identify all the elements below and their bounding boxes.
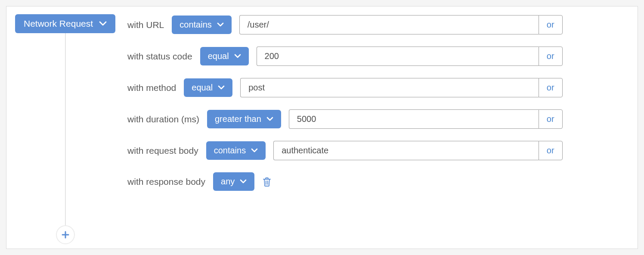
operator-label: contains xyxy=(214,146,246,155)
condition-label: with response body xyxy=(127,177,205,187)
condition-label: with status code xyxy=(127,51,192,62)
chevron-down-icon xyxy=(218,85,225,90)
condition-row-url: with URL contains or xyxy=(127,15,563,34)
operator-label: any xyxy=(221,177,235,187)
condition-label: with method xyxy=(127,83,176,93)
event-type-select[interactable]: Network Request xyxy=(15,14,115,33)
or-button[interactable]: or xyxy=(539,15,563,34)
operator-label: equal xyxy=(208,51,229,61)
operator-select-url[interactable]: contains xyxy=(172,16,232,34)
trash-icon[interactable] xyxy=(262,177,272,187)
condition-row-method: with method equal or xyxy=(127,78,563,97)
add-condition-button[interactable] xyxy=(56,225,75,244)
condition-label: with URL xyxy=(127,20,164,30)
or-button[interactable]: or xyxy=(539,47,563,66)
condition-row-request-body: with request body contains or xyxy=(127,141,563,160)
chevron-down-icon xyxy=(217,22,224,27)
value-input-method[interactable] xyxy=(240,78,539,97)
operator-label: contains xyxy=(180,20,212,30)
value-input-request-body[interactable] xyxy=(273,141,539,160)
event-column: Network Request xyxy=(15,14,115,33)
condition-row-duration: with duration (ms) greater than or xyxy=(127,109,563,129)
or-button[interactable]: or xyxy=(539,78,563,97)
condition-row-status: with status code equal or xyxy=(127,47,563,66)
condition-label: with duration (ms) xyxy=(127,114,199,124)
operator-select-request-body[interactable]: contains xyxy=(206,141,266,160)
connector-line xyxy=(65,33,66,229)
filter-builder: Network Request with URL contains xyxy=(15,14,629,191)
value-input-status[interactable] xyxy=(257,47,539,66)
value-input-duration[interactable] xyxy=(289,109,539,129)
operator-select-duration[interactable]: greater than xyxy=(207,110,281,128)
or-button[interactable]: or xyxy=(539,141,563,160)
chevron-down-icon xyxy=(234,54,241,59)
filter-builder-panel: Network Request with URL contains xyxy=(6,6,638,249)
chevron-down-icon xyxy=(251,148,258,153)
chevron-down-icon xyxy=(99,21,107,26)
chevron-down-icon xyxy=(240,179,247,184)
value-input-url[interactable] xyxy=(239,15,539,34)
operator-select-response-body[interactable]: any xyxy=(213,172,254,191)
condition-label: with request body xyxy=(127,146,198,156)
or-button[interactable]: or xyxy=(539,109,563,129)
condition-row-response-body: with response body any xyxy=(127,172,563,191)
operator-label: equal xyxy=(192,83,213,93)
conditions-list: with URL contains or with status code eq… xyxy=(127,14,563,191)
operator-select-status[interactable]: equal xyxy=(200,47,249,65)
event-type-label: Network Request xyxy=(24,19,93,29)
chevron-down-icon xyxy=(266,117,273,121)
operator-label: greater than xyxy=(215,114,261,124)
operator-select-method[interactable]: equal xyxy=(184,78,232,97)
